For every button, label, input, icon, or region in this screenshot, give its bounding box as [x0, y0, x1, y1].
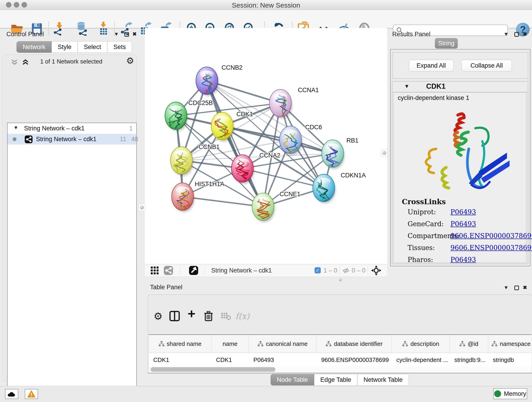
network-options-gear-icon[interactable]: ⚙	[126, 56, 134, 66]
column-header-namespace[interactable]: namespace	[488, 335, 532, 353]
network-node-CCNA2[interactable]	[231, 155, 254, 184]
gene-collapse-icon[interactable]: ▼	[404, 83, 409, 89]
tab-network[interactable]: Network	[17, 41, 51, 53]
main-toolbar: ?	[0, 10, 532, 28]
memory-button[interactable]: Memory	[493, 388, 527, 399]
crosslink-value-link[interactable]: P06493	[450, 256, 476, 264]
share-network-icon[interactable]	[164, 266, 173, 275]
crosslink-value-link[interactable]: 9606.ENSP00000378699	[450, 232, 532, 240]
table-gear-icon[interactable]: ⚙	[152, 310, 165, 322]
node-label-CCNA2: CCNA2	[259, 152, 280, 159]
tab-style[interactable]: Style	[51, 41, 78, 53]
control-panel-float-icon[interactable]: ▼	[114, 31, 119, 37]
gene-details: cyclin-dependent kinase 1 CrossLinks	[393, 92, 526, 263]
expand-all-networks-icon[interactable]	[21, 58, 30, 66]
column-header-name[interactable]: name	[211, 335, 249, 353]
birdseye-view-icon[interactable]	[189, 266, 198, 275]
network-node-CCNB2[interactable]	[196, 67, 219, 96]
tab-edge-table[interactable]: Edge Table	[314, 374, 357, 385]
crosslink-label: GeneCard:	[408, 220, 444, 228]
crosslink-value-link[interactable]: P06493	[450, 220, 476, 228]
delete-column-icon[interactable]	[202, 310, 215, 322]
results-panel-close-icon[interactable]: ✖	[523, 31, 527, 37]
column-header-description[interactable]: description	[392, 335, 450, 353]
column-visibility-icon[interactable]	[168, 310, 181, 322]
tab-select[interactable]: Select	[78, 41, 107, 53]
table-row[interactable]: CDK1CDK1P064939606.ENSP00000378699cyclin…	[149, 353, 532, 367]
network-node-HIST1H1A[interactable]	[172, 183, 195, 212]
bottom-splitter-handle[interactable]	[337, 278, 343, 282]
column-header-canonical-name[interactable]: canonical name	[249, 335, 317, 353]
cell-namespace[interactable]: stringdb	[488, 353, 532, 367]
edge-HIST1H1A-CCNE1[interactable]	[183, 197, 263, 207]
expand-all-button[interactable]: Expand All	[409, 60, 454, 71]
control-panel-tabs: NetworkStyleSelectSets	[17, 41, 132, 53]
crosslink-value-link[interactable]: 9606.ENSP00000378699	[450, 244, 532, 252]
crosslink-value-link[interactable]: P06493	[450, 208, 476, 216]
column-header-database-identifier[interactable]: database identifier	[317, 335, 392, 353]
table-panel-float-icon[interactable]: ▼	[504, 285, 509, 291]
hierarchy-icon	[491, 341, 497, 347]
window-titlebar: Session: New Session	[0, 0, 532, 10]
network-canvas[interactable]: CCNB2CCNA1CDC25BCDC6RB1CCNB1CDK1CCNA2CDK…	[145, 28, 387, 264]
network-node-RB1[interactable]	[322, 140, 345, 169]
hierarchy-icon	[459, 341, 465, 347]
network-node-CDK1[interactable]	[211, 112, 234, 142]
column-label: database identifier	[334, 340, 382, 347]
import-network-database-icon[interactable]	[75, 21, 89, 36]
network-node-CCNB1[interactable]	[171, 147, 193, 176]
column-header-shared-name[interactable]: shared name	[149, 335, 211, 353]
gene-name: CDK1	[426, 82, 445, 90]
add-column-icon[interactable]: +	[185, 307, 198, 320]
results-buttons-box: Expand All Collapse All	[393, 52, 528, 79]
table-panel-maximize-icon[interactable]	[514, 286, 519, 290]
table-header-row: shared namenamecanonical namedatabase id…	[149, 335, 532, 353]
network-panel-card: 1 of 1 Network selected ⚙ ▼ String Netwo…	[2, 55, 137, 381]
grid-view-icon[interactable]	[150, 266, 159, 275]
tab-network-table[interactable]: Network Table	[357, 374, 409, 385]
cloud-button[interactable]	[5, 389, 18, 399]
network-node-CCNA1[interactable]	[269, 89, 292, 119]
results-tab-string[interactable]: String	[435, 38, 458, 49]
fit-content-icon[interactable]	[371, 265, 381, 275]
cell-canonical-name[interactable]: P06493	[249, 353, 317, 367]
tab-sets[interactable]: Sets	[107, 41, 132, 53]
network-collection-label: String Network – cdk1	[24, 125, 85, 132]
control-panel-close-icon[interactable]: ✖	[133, 31, 137, 37]
network-collection-row[interactable]: ▼ String Network – cdk1 1	[7, 123, 136, 134]
selected-nodes-checkbox[interactable]: ✓	[315, 267, 321, 274]
tree-expand-icon[interactable]: ▼	[13, 125, 18, 130]
results-panel-maximize-icon[interactable]	[514, 32, 519, 37]
right-splitter-handle[interactable]	[381, 149, 388, 156]
node-label-CCNB1: CCNB1	[199, 143, 220, 150]
network-node-CDKN1A[interactable]	[313, 174, 336, 204]
network-label: String Network – cdk1	[36, 136, 96, 143]
table-horizontal-scrollbar[interactable]	[149, 366, 532, 372]
network-graph[interactable]: CCNB2CCNA1CDC25BCDC6RB1CCNB1CDK1CCNA2CDK…	[145, 28, 387, 264]
network-node-CCNE1[interactable]	[252, 193, 275, 222]
left-splitter-handle[interactable]	[138, 204, 145, 211]
results-panel-float-icon[interactable]: ▼	[504, 31, 509, 37]
collapse-all-networks-icon[interactable]	[10, 58, 19, 66]
warnings-button[interactable]	[25, 389, 38, 399]
collection-count: 1	[129, 125, 133, 132]
edge-count: 48	[131, 136, 138, 143]
cell-name[interactable]: CDK1	[211, 353, 249, 367]
column-header--id[interactable]: @id	[450, 335, 488, 353]
cell-description[interactable]: cyclin-dependent ...	[392, 353, 450, 367]
import-table-icon[interactable]	[96, 21, 111, 36]
scrollbar-thumb[interactable]	[151, 367, 275, 372]
memory-status-dot	[494, 390, 501, 397]
crosslinks-title: CrossLinks	[402, 198, 446, 206]
column-label: description	[410, 340, 439, 347]
results-panel-card: Expand All Collapse All ▼ CDK1 cyclin-de…	[390, 49, 530, 266]
import-network-file-icon[interactable]	[52, 21, 66, 36]
collapse-all-button[interactable]: Collapse All	[462, 60, 512, 71]
cell--id[interactable]: stringdb:9...	[450, 353, 488, 367]
cell-shared-name[interactable]: CDK1	[149, 353, 211, 367]
network-row-selected[interactable]: String Network – cdk1 11 48	[7, 134, 136, 145]
cell-database-identifier[interactable]: 9606.ENSP00000378699	[317, 353, 392, 367]
control-panel-maximize-icon[interactable]	[124, 32, 129, 37]
tab-node-table[interactable]: Node Table	[271, 374, 314, 385]
table-panel-close-icon[interactable]: ✖	[523, 285, 527, 291]
